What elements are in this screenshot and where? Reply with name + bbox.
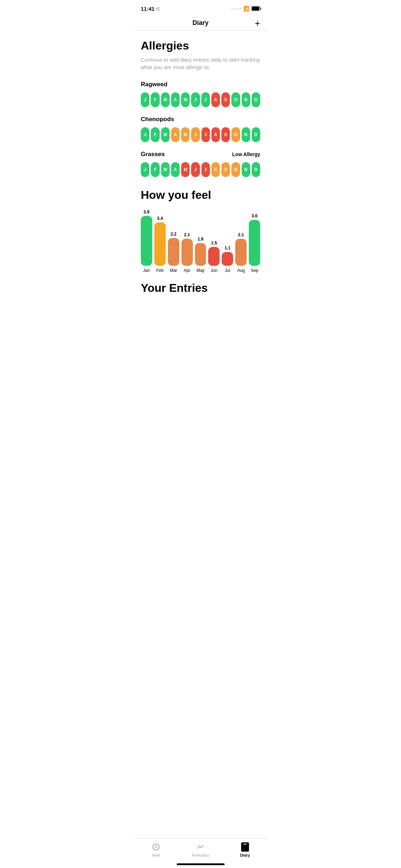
- allergen-section-chenopods: ChenopodsJFMAMJJASOND: [141, 116, 260, 142]
- bar-value: 1.8: [197, 237, 204, 242]
- month-pill: J: [191, 127, 200, 142]
- allergen-name: Chenopods: [141, 116, 174, 123]
- bar-label: Mar: [170, 268, 177, 273]
- month-pill: F: [151, 92, 159, 107]
- month-pill: J: [201, 92, 210, 107]
- bar-fill: [235, 239, 247, 266]
- bar-value: 1.1: [225, 246, 231, 250]
- bar-label: Aug: [237, 268, 245, 273]
- allergen-badge: Low Allergy: [232, 151, 260, 157]
- bar-value: 2.1: [238, 232, 244, 237]
- bar-item: 1.5Jun: [208, 241, 220, 273]
- bar-value: 3.6: [252, 213, 258, 218]
- allergen-header: Chenopods: [141, 116, 260, 123]
- month-pill: N: [242, 92, 250, 107]
- month-pill: N: [242, 162, 250, 177]
- month-pill: D: [252, 162, 260, 177]
- month-pill: A: [171, 162, 180, 177]
- allergen-section-ragweed: RagweedJFMAMJJASOND: [141, 81, 260, 107]
- status-time: 11:41: [141, 6, 154, 12]
- allergen-name: Ragweed: [141, 81, 168, 88]
- month-pill: F: [151, 162, 159, 177]
- bar-label: Feb: [156, 268, 164, 273]
- bar-item: 2.2Mar: [168, 232, 179, 273]
- month-pill: A: [211, 92, 220, 107]
- bar-item: 1.1Jul: [222, 246, 233, 273]
- add-button[interactable]: +: [255, 19, 260, 28]
- feel-title: How you feel: [141, 188, 260, 202]
- month-pill: J: [201, 127, 210, 142]
- bar-fill: [181, 239, 193, 266]
- month-pill: A: [171, 92, 180, 107]
- nav-bar: Diary +: [134, 16, 267, 31]
- month-pill: J: [191, 92, 200, 107]
- bar-fill: [208, 247, 220, 266]
- month-pill: A: [211, 162, 220, 177]
- allergies-subtitle: Continue to add diary entries daily to s…: [141, 56, 260, 71]
- month-pill: O: [231, 127, 240, 142]
- month-pill: M: [181, 127, 190, 142]
- bar-label: Sep: [251, 268, 258, 273]
- bar-chart: 3.9Jan3.4Feb2.2Mar2.1Apr1.8May1.5Jun1.1J…: [141, 209, 260, 273]
- month-pill: J: [191, 162, 200, 177]
- bar-fill: [249, 220, 260, 266]
- bar-label: Jun: [211, 268, 217, 273]
- month-pill: O: [231, 92, 240, 107]
- bar-fill: [141, 216, 152, 266]
- allergens-container: RagweedJFMAMJJASONDChenopodsJFMAMJJASOND…: [141, 81, 260, 177]
- month-pill: M: [161, 162, 170, 177]
- entries-section: Your Entries: [141, 281, 260, 330]
- month-pills: JFMAMJJASOND: [141, 162, 260, 177]
- month-pill: M: [161, 92, 170, 107]
- month-pill: N: [242, 127, 250, 142]
- month-pill: M: [181, 92, 190, 107]
- bar-value: 3.9: [144, 210, 150, 215]
- month-pills: JFMAMJJASOND: [141, 92, 260, 107]
- bar-label: Jan: [143, 268, 150, 273]
- bar-item: 3.4Feb: [154, 216, 166, 273]
- allergen-name: Grasses: [141, 151, 165, 158]
- feel-section: How you feel 3.9Jan3.4Feb2.2Mar2.1Apr1.8…: [141, 188, 260, 273]
- bar-fill: [222, 252, 233, 266]
- month-pill: S: [221, 127, 230, 142]
- bar-label: Jul: [225, 268, 230, 273]
- month-pill: S: [221, 92, 230, 107]
- allergies-title: Allergies: [141, 39, 260, 52]
- month-pill: J: [201, 162, 210, 177]
- bar-value: 1.5: [211, 241, 217, 246]
- bar-fill: [154, 222, 166, 266]
- bar-item: 2.1Aug: [235, 232, 247, 273]
- battery-icon: [252, 6, 260, 11]
- status-bar: 11:41 ◁ 📶: [134, 0, 267, 16]
- wifi-icon: 📶: [243, 6, 250, 11]
- nav-title: Diary: [192, 19, 209, 27]
- bar-fill: [195, 243, 206, 266]
- month-pill: A: [211, 127, 220, 142]
- bar-value: 2.2: [170, 232, 176, 237]
- bar-value: 2.1: [184, 232, 190, 237]
- signal-icon: [231, 8, 241, 10]
- month-pill: J: [141, 127, 149, 142]
- main-content: Allergies Continue to add diary entries …: [134, 31, 267, 330]
- location-icon: ◁: [156, 6, 159, 11]
- bar-fill: [168, 238, 179, 266]
- allergen-header: GrassesLow Allergy: [141, 151, 260, 158]
- month-pill: D: [252, 92, 260, 107]
- bar-item: 2.1Apr: [181, 232, 193, 273]
- month-pill: M: [161, 127, 170, 142]
- bar-value: 3.4: [157, 216, 163, 221]
- month-pill: J: [141, 162, 149, 177]
- bar-label: May: [196, 268, 205, 273]
- bar-label: Apr: [184, 268, 190, 273]
- bar-item: 3.6Sep: [249, 213, 260, 273]
- status-icons: 📶: [231, 6, 260, 11]
- entries-title: Your Entries: [141, 281, 260, 295]
- allergen-section-grasses: GrassesLow AllergyJFMAMJJASOND: [141, 151, 260, 177]
- month-pill: J: [141, 92, 149, 107]
- bar-item: 1.8May: [195, 237, 206, 273]
- bar-item: 3.9Jan: [141, 210, 152, 273]
- month-pill: M: [181, 162, 190, 177]
- month-pills: JFMAMJJASOND: [141, 127, 260, 142]
- month-pill: S: [221, 162, 230, 177]
- month-pill: A: [171, 127, 180, 142]
